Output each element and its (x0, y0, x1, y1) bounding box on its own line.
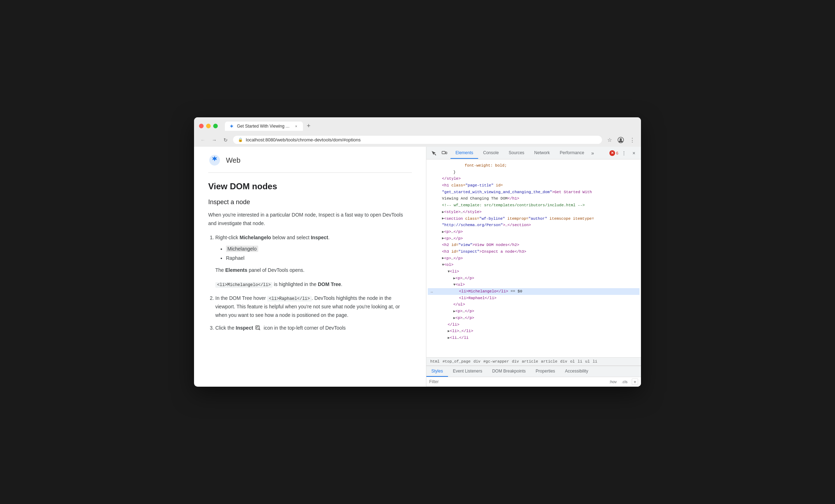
dom-line: ▶ <p>…</p> (428, 315, 640, 321)
dom-line: ▶ <p>…</p> (428, 308, 640, 315)
bottom-tabs: Styles Event Listeners DOM Breakpoints P… (426, 366, 641, 377)
breadcrumb-gc-wrapper[interactable]: #gc-wrapper (482, 359, 510, 364)
reload-icon: ↻ (223, 137, 228, 143)
device-icon (442, 150, 447, 156)
error-badge: ✕ 6 (609, 150, 618, 156)
dom-line-highlighted[interactable]: … <li>Michelangelo</li> == $0 (428, 288, 640, 295)
dom-line: <h3 id="inspect">Inspect a node</h3> (428, 248, 640, 255)
dom-line: ▶ <li…</li (428, 335, 640, 341)
menu-icon[interactable]: ⋮ (628, 136, 636, 144)
browser-window: Get Started With Viewing And × + ← → ↻ 🔒… (194, 117, 641, 387)
breadcrumb-html[interactable]: html (429, 359, 441, 364)
dom-line: Viewing And Changing The DOM</h1> (428, 195, 640, 202)
breadcrumb-ol[interactable]: ol (569, 359, 576, 364)
inspect-element-button[interactable] (429, 149, 438, 158)
bookmark-icon[interactable]: ☆ (605, 136, 613, 144)
elements-bold: Elements (225, 267, 247, 273)
filter-tag-cls[interactable]: .cls (620, 379, 629, 384)
tab-console[interactable]: Console (478, 147, 504, 159)
close-traffic-light[interactable] (199, 124, 204, 128)
address-actions: ☆ ⋮ (605, 136, 636, 144)
forward-button[interactable]: → (210, 136, 218, 144)
step2-code: <li>Raphael</li> (267, 296, 311, 302)
breadcrumb-ul[interactable]: ul (584, 359, 591, 364)
tab-favicon-icon (229, 124, 234, 129)
tab-bar: Get Started With Viewing And × + (225, 121, 636, 131)
site-name: Web (226, 156, 240, 164)
devtools-bottom: Styles Event Listeners DOM Breakpoints P… (426, 366, 641, 387)
filter-input[interactable] (429, 379, 605, 384)
devtools-close-button[interactable]: × (630, 149, 638, 157)
maximize-traffic-light[interactable] (213, 124, 218, 128)
back-button[interactable]: ← (199, 136, 207, 144)
tab-accessibility[interactable]: Accessibility (560, 366, 593, 377)
intro-paragraph: When you're interested in a particular D… (208, 211, 412, 228)
dom-breadcrumb: html #top_of_page div #gc-wrapper div ar… (426, 357, 641, 366)
breadcrumb-div2[interactable]: div (511, 359, 520, 364)
step1-sub2: Raphael (226, 254, 412, 263)
dom-line: <h1 class="page-title" id= (428, 182, 640, 189)
tab-elements[interactable]: Elements (450, 147, 478, 159)
breadcrumb-article1[interactable]: article (521, 359, 539, 364)
dom-line: </li> (428, 321, 640, 328)
dom-line: <h2 id="view">View DOM nodes</h2> (428, 242, 640, 248)
dom-line: ▼ <ol> (428, 262, 640, 268)
page-h2: View DOM nodes (208, 181, 412, 191)
tab-performance[interactable]: Performance (555, 147, 589, 159)
tab-title: Get Started With Viewing And (237, 124, 291, 129)
new-tab-button[interactable]: + (304, 121, 314, 131)
breadcrumb-li2[interactable]: li (592, 359, 598, 364)
security-icon: 🔒 (238, 138, 243, 142)
dom-line: ▼ <li> (428, 268, 640, 275)
svg-line-5 (259, 329, 260, 330)
url-bar[interactable]: 🔒 localhost:8080/web/tools/chrome-devtoo… (233, 136, 602, 144)
breadcrumb-div3[interactable]: div (559, 359, 568, 364)
tab-dom-breakpoints[interactable]: DOM Breakpoints (487, 366, 531, 377)
dom-line: "get_started_with_viewing_and_changing_t… (428, 189, 640, 196)
tab-network[interactable]: Network (529, 147, 555, 159)
dom-tree-bold: DOM Tree (318, 281, 341, 287)
dom-line: ▶ <section class="wf-byline" itemprop="a… (428, 215, 640, 222)
step1-code: <li>Michelangelo</li> (215, 282, 272, 288)
tab-sources[interactable]: Sources (504, 147, 529, 159)
back-icon: ← (200, 137, 205, 143)
filter-tag-hov[interactable]: :hov (608, 379, 618, 384)
site-header: Web (208, 154, 412, 173)
url-text: localhost:8080/web/tools/chrome-devtools… (246, 137, 597, 142)
page-content: Web View DOM nodes Inspect a node When y… (194, 147, 426, 387)
devtools-tabs: Elements Console Sources Network Perform… (450, 147, 608, 159)
device-toolbar-button[interactable] (440, 149, 449, 158)
devtools-panel: Elements Console Sources Network Perform… (426, 147, 641, 387)
tab-event-listeners[interactable]: Event Listeners (448, 366, 487, 377)
dom-line: <li>Raphael</li> (428, 295, 640, 302)
step1-bold1: Michelangelo (239, 235, 271, 240)
tab-properties[interactable]: Properties (531, 366, 560, 377)
svg-point-1 (620, 138, 622, 140)
dom-line: font-weight: bold; (428, 162, 640, 169)
intro-text: When you're interested in a particular D… (208, 212, 403, 226)
step-3: Click the Inspect icon in the top-left c… (215, 324, 412, 332)
dom-line: ▶ <p>…</p> (428, 229, 640, 235)
step-2: In the DOM Tree hover <li>Raphael</li>. … (215, 294, 412, 319)
devtools-menu-button[interactable]: ⋮ (620, 149, 628, 157)
error-icon: ✕ (609, 150, 615, 156)
dom-line: } (428, 169, 640, 176)
more-tabs-button[interactable]: » (589, 150, 596, 156)
tab-styles[interactable]: Styles (426, 366, 448, 377)
filter-add-button[interactable]: + (632, 379, 638, 385)
breadcrumb-li1[interactable]: li (576, 359, 583, 364)
minimize-traffic-light[interactable] (206, 124, 211, 128)
breadcrumb-article2[interactable]: article (540, 359, 558, 364)
title-bar-top: Get Started With Viewing And × + (199, 121, 636, 131)
reload-button[interactable]: ↻ (222, 136, 230, 144)
step1-bold2: Inspect (311, 235, 328, 240)
dom-line: ▶ <style>…</style> (428, 209, 640, 215)
active-tab[interactable]: Get Started With Viewing And × (225, 122, 303, 131)
filter-bar: :hov .cls + (426, 377, 641, 387)
breadcrumb-top[interactable]: #top_of_page (441, 359, 471, 364)
breadcrumb-div1[interactable]: div (472, 359, 482, 364)
browser-content: Web View DOM nodes Inspect a node When y… (194, 147, 641, 387)
dom-tree: font-weight: bold; } </style> <h1 class=… (426, 159, 641, 357)
tab-close-button[interactable]: × (294, 124, 299, 129)
profile-icon[interactable] (617, 136, 625, 144)
